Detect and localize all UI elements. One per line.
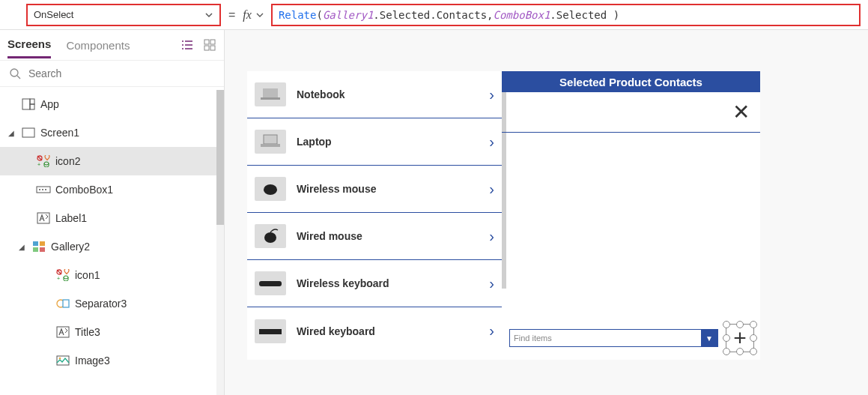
gallery-item[interactable]: Wireless mouse › [247,166,502,213]
svg-rect-1 [210,40,215,44]
chevron-right-icon: › [489,322,494,340]
label-icon [36,211,51,225]
svg-rect-20 [33,247,38,252]
search-icon [9,67,21,79]
tree-item-label1[interactable]: Label1 [0,204,224,232]
chevron-right-icon: › [489,275,494,292]
tree-item-screen1[interactable]: ◢ Screen1 [0,118,224,147]
tree-item-separator3[interactable]: Separator3 [0,289,224,318]
svg-line-5 [17,76,20,79]
combobox-placeholder: Find items [510,334,552,343]
fx-button[interactable]: fx [243,8,264,22]
svg-rect-21 [40,247,45,252]
svg-rect-6 [22,99,30,109]
combo-row: Find items ▼ + [502,316,760,360]
svg-rect-2 [204,46,209,50]
property-selector[interactable]: OnSelect [26,4,221,26]
svg-rect-36 [259,281,282,286]
resize-handle[interactable] [750,321,757,328]
chevron-down-icon [204,10,213,19]
plus-icon: + [733,327,747,349]
product-image [255,224,286,248]
search-input[interactable] [28,67,215,79]
gallery-item[interactable]: Laptop › [247,118,502,166]
tree-item-gallery2[interactable]: ◢ Gallery2 [0,232,224,261]
svg-point-34 [264,184,277,195]
gallery-icon [31,240,46,253]
svg-rect-31 [261,97,280,100]
svg-rect-37 [259,329,282,334]
detail-pane: Selected Product Contacts ✕ Find items ▼… [502,71,760,360]
gallery[interactable]: Notebook › Laptop › Wireless mouse › Wir… [247,71,502,360]
svg-point-15 [42,189,43,190]
equals-sign: = [228,8,235,22]
tree-view: App ◢ Screen1 + icon2 ComboBox1 [0,87,224,395]
svg-rect-26 [63,300,69,307]
tree-item-app[interactable]: App [0,90,224,118]
resize-handle[interactable] [723,334,730,342]
svg-point-14 [39,189,40,190]
canvas-area: Notebook › Laptop › Wireless mouse › Wir… [225,30,868,395]
chevron-right-icon: › [489,133,494,151]
caret-down-icon: ◢ [16,243,27,251]
app-preview: Notebook › Laptop › Wireless mouse › Wir… [247,71,760,360]
property-selector-value: OnSelect [34,9,73,20]
product-image [255,130,286,154]
svg-rect-18 [33,241,38,246]
caret-down-icon: ◢ [6,129,16,137]
panel-tabs: Screens Components [0,30,224,60]
gallery-item[interactable]: Wired keyboard › [247,307,502,355]
resize-handle[interactable] [736,321,744,328]
formula-bar: OnSelect = fx Relate( Gallery1.Selected.… [0,0,868,30]
resize-handle[interactable] [750,348,757,355]
svg-point-4 [10,69,18,76]
product-image [255,82,286,106]
search-row [0,60,224,87]
svg-text:+: + [37,162,40,167]
tree-item-image3[interactable]: Image3 [0,346,224,375]
svg-rect-0 [204,40,209,44]
separator-icon [55,297,70,310]
svg-point-16 [45,189,46,190]
contact-row[interactable]: ✕ [502,92,760,133]
scrollbar-thumb[interactable] [216,90,224,225]
svg-rect-19 [40,241,45,246]
chevron-down-icon [256,11,264,19]
close-icon[interactable]: ✕ [732,102,750,123]
svg-rect-33 [261,144,280,147]
resize-handle[interactable] [723,348,730,355]
resize-handle[interactable] [750,334,757,342]
add-icon-selected[interactable]: + [724,322,756,354]
iconset-icon: + [36,154,51,168]
resize-handle[interactable] [736,348,744,355]
image-icon [55,354,70,367]
formula-token-fn: Relate [279,9,317,21]
tree-panel: Screens Components [0,30,225,395]
product-image [255,319,286,343]
gallery-item[interactable]: Wireless keyboard › [247,260,502,307]
chevron-right-icon: › [489,228,494,245]
svg-rect-9 [22,128,34,137]
svg-rect-30 [263,88,278,97]
svg-rect-3 [210,46,215,50]
svg-text:+: + [57,276,60,281]
chevron-down-icon[interactable]: ▼ [701,330,717,346]
resize-handle[interactable] [723,321,730,328]
product-image [255,177,286,201]
tree-item-title3[interactable]: Title3 [0,318,224,346]
svg-point-35 [264,232,276,243]
label-icon [55,325,70,339]
iconset-icon: + [55,268,70,282]
formula-input[interactable]: Relate( Gallery1.Selected.Contacts, Comb… [271,4,861,26]
tree-item-icon1[interactable]: + icon1 [0,261,224,289]
gallery-item[interactable]: Notebook › [247,71,502,118]
tab-components[interactable]: Components [66,33,130,58]
gallery-item[interactable]: Wired mouse › [247,213,502,260]
tab-screens[interactable]: Screens [7,31,51,58]
combobox[interactable]: Find items ▼ [509,329,718,347]
list-view-icon[interactable] [180,38,194,52]
tree-item-combobox1[interactable]: ComboBox1 [0,175,224,204]
svg-rect-32 [264,135,277,144]
grid-view-icon[interactable] [203,38,216,52]
tree-item-icon2[interactable]: + icon2 [0,147,224,175]
